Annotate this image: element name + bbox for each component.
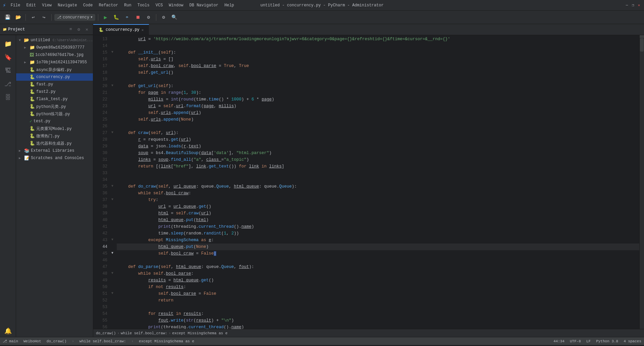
code-line-28: r = requests.get(url) xyxy=(117,136,639,143)
menu-navigate[interactable]: Navigate xyxy=(55,2,80,9)
tab-concurrency-py[interactable]: 🐍 concurrency.py ✕ xyxy=(93,24,149,35)
menu-window[interactable]: Window xyxy=(166,2,186,9)
titlebar-left: ⚡ File Edit View Navigate Code Refactor … xyxy=(3,2,237,9)
ext-arrow-icon: ▶ xyxy=(19,149,23,153)
menu-help[interactable]: Help xyxy=(222,2,237,9)
tree-item-exercise[interactable]: ▶ 🐍 python练习题.py xyxy=(16,110,93,118)
fold-arrow-cur[interactable]: ▼ xyxy=(110,251,115,255)
open-button[interactable]: 📂 xyxy=(13,13,23,22)
menu-run[interactable]: Run xyxy=(121,2,134,9)
fold-arrow-geturl[interactable]: ▼ xyxy=(110,84,115,87)
code-line-26 xyxy=(117,123,639,130)
git-status[interactable]: ⎇ main xyxy=(3,339,18,343)
file-label-model: 元类重写Model.py xyxy=(36,126,72,132)
run-button[interactable]: ▶ xyxy=(101,13,110,22)
line-separator-indicator[interactable]: LF xyxy=(586,339,591,343)
code-line-17: self.bool_craw, self.bool_parse = True, … xyxy=(117,63,639,69)
menu-file[interactable]: File xyxy=(8,2,23,9)
menu-db-navigator[interactable]: DB Navigator xyxy=(187,2,221,9)
sidebar-notifications-icon[interactable]: 🔔 xyxy=(2,325,14,337)
minimize-button[interactable]: ─ xyxy=(625,3,629,8)
search-everywhere-button[interactable]: 🔍 xyxy=(170,13,179,22)
tree-item-concurrency[interactable]: ▶ 🐍 concurrency.py xyxy=(16,73,93,81)
fold-arrow-docraw[interactable]: ▼ xyxy=(110,184,115,188)
menu-code[interactable]: Code xyxy=(80,2,96,9)
redo-button[interactable]: ↪ xyxy=(39,13,49,22)
tree-item-iterator[interactable]: ▶ 🐍 迭代器和生成器.py xyxy=(16,140,93,147)
tree-item-external[interactable]: ▶ 📚 External Libraries xyxy=(16,147,93,154)
py-flask-icon: 🐍 xyxy=(30,96,35,102)
tab-close-button[interactable]: ✕ xyxy=(142,28,144,32)
settings-button[interactable]: ⚙ xyxy=(159,13,168,22)
sidebar-git-icon[interactable]: ⎇ xyxy=(2,78,14,90)
tree-item-1ccb[interactable]: ▶ 🖼 1ccb7469d76d17be.jpg xyxy=(16,51,93,59)
coverage-button[interactable]: ☂ xyxy=(122,13,132,22)
more-run-button[interactable]: ⚙ xyxy=(144,13,153,22)
stop-button[interactable]: ⏹ xyxy=(133,13,143,22)
tree-item-fast2[interactable]: ▶ 🐍 fast2.py xyxy=(16,88,93,95)
python-version-indicator[interactable]: Python 3.8 xyxy=(596,339,618,343)
py-test-icon: ✓ xyxy=(30,119,32,124)
tree-item-flask[interactable]: ▶ 🐍 flask_test.py xyxy=(16,95,93,103)
encoding-indicator[interactable]: UTF-8 xyxy=(570,339,581,343)
collapse-all-icon[interactable]: ≡ xyxy=(67,26,74,33)
toolbar-separator-3 xyxy=(98,14,98,21)
breadcrumb-item-2[interactable]: while self.bool_craw: xyxy=(121,331,167,335)
file-label-1ccb: 1ccb7469d76d17be.jpg xyxy=(35,53,84,57)
fold-arrow-ifnot[interactable]: ▼ xyxy=(110,291,115,295)
save-button[interactable]: 💾 xyxy=(3,13,12,22)
sidebar-structure-icon[interactable]: 🏗 xyxy=(2,65,14,77)
tree-item-fast[interactable]: ▶ 🐍 fast.py xyxy=(16,81,93,88)
fold-arrow-init[interactable]: ▼ xyxy=(110,50,115,54)
settings-panel-icon[interactable]: ⚙ xyxy=(75,26,82,33)
code-line-33 xyxy=(117,170,639,177)
close-button[interactable]: ✕ xyxy=(637,3,641,8)
fold-arrow-try[interactable]: ▼ xyxy=(110,198,115,201)
sidebar-bookmark-icon[interactable]: 🔖 xyxy=(2,51,14,63)
tree-item-0wymk[interactable]: ▶ 📁 0wymk86w162563937777 xyxy=(16,44,93,51)
hide-panel-icon[interactable]: ✕ xyxy=(84,26,90,33)
code-line-23: url = self.url.format(page, millis) xyxy=(117,103,639,110)
tree-item-weibo[interactable]: ▶ 🐍 微博热门.py xyxy=(16,132,93,140)
folder-arrow-2-icon: ▶ xyxy=(24,60,28,64)
code-line-39: html = self.craw(url) xyxy=(117,210,639,217)
tree-item-scratches[interactable]: ▶ 📝 Scratches and Consoles xyxy=(16,154,93,162)
tree-item-root[interactable]: ▼ 📂 untitled C:\Users\Administ... xyxy=(16,37,93,44)
menu-refactor[interactable]: Refactor xyxy=(96,2,121,9)
sidebar-db-icon[interactable]: 🗄 xyxy=(2,91,14,103)
breadcrumb-item-3[interactable]: except MissingSchema as e xyxy=(172,331,227,335)
menu-tools[interactable]: Tools xyxy=(135,2,152,9)
py-icon: 🐍 xyxy=(30,67,35,72)
breadcrumb-arrow-2: › xyxy=(131,339,133,343)
tree-item-metaclass[interactable]: ▶ 🐍 python元类.py xyxy=(16,103,93,110)
py-fast-icon: 🐍 xyxy=(30,82,35,87)
fold-arrow-except[interactable]: ▼ xyxy=(110,238,115,241)
breadcrumb-arrow: › xyxy=(72,339,74,343)
menu-view[interactable]: View xyxy=(39,2,54,9)
tree-item-1o70[interactable]: ▶ 📁 1o70bjkm1624113947955 xyxy=(16,59,93,66)
breadcrumb-item-1[interactable]: do_craw() xyxy=(96,331,116,335)
fold-arrow-doparse[interactable]: ▼ xyxy=(110,271,115,275)
code-container[interactable]: 13 14 15 16 17 18 19 20 21 22 23 24 25 2… xyxy=(93,35,644,329)
main-layout: 📁 🔖 🏗 ⎇ 🗄 🔔 ▼ 📂 untitled C:\Users\Admini… xyxy=(0,35,644,337)
line-col-indicator[interactable]: 44:34 xyxy=(553,339,565,343)
sidebar-project-icon[interactable]: 📁 xyxy=(2,38,14,50)
tree-item-async[interactable]: ▶ 🐍 async异步编程.py xyxy=(16,66,93,73)
breadcrumb-sep-1: › xyxy=(117,331,119,335)
undo-button[interactable]: ↩ xyxy=(29,13,38,22)
menu-vcs[interactable]: VCS xyxy=(153,2,166,9)
code-line-56: print(threading.current_thread().name) xyxy=(117,324,639,329)
weibo-hot-label[interactable]: WeiboHot xyxy=(23,339,41,343)
code-editor[interactable]: url = 'https://weibo.com/a/aj/transform/… xyxy=(117,35,639,329)
menu-edit[interactable]: Edit xyxy=(23,2,39,9)
debug-button[interactable]: 🐛 xyxy=(112,13,121,22)
branch-selector[interactable]: ⎇ concurrency ▼ xyxy=(54,14,95,21)
tree-item-model[interactable]: ▶ 🐍 元类重写Model.py xyxy=(16,125,93,132)
tree-item-test[interactable]: ▶ ✓ test.py xyxy=(16,118,93,125)
code-line-27: def craw(self, url): xyxy=(117,130,639,136)
code-line-19 xyxy=(117,76,639,83)
indent-indicator[interactable]: 4 spaces xyxy=(624,339,641,343)
fold-arrow-craw[interactable]: ▼ xyxy=(110,131,115,134)
maximize-button[interactable]: ❐ xyxy=(631,3,635,8)
scrollbar-thumb[interactable] xyxy=(640,38,644,52)
